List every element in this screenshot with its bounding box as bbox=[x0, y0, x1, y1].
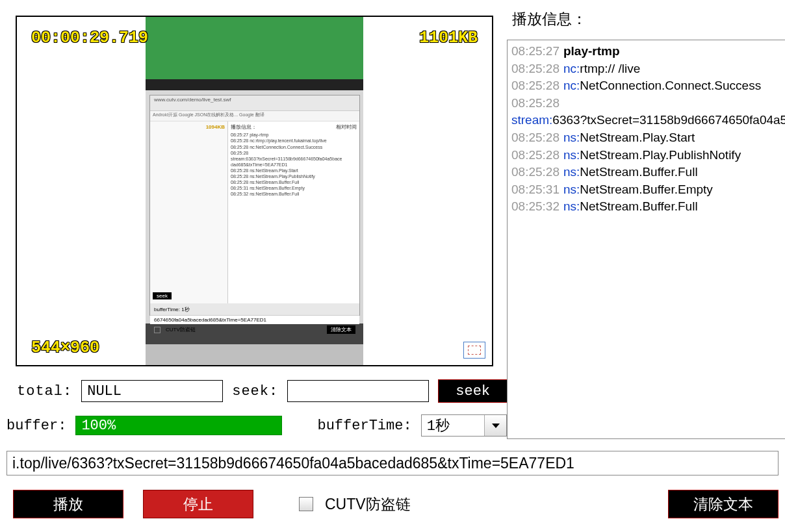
fullscreen-icon[interactable] bbox=[463, 342, 485, 359]
buffertime-label: bufferTime: bbox=[317, 418, 411, 434]
log-box[interactable]: 08:25:27play-rtmp08:25:28nc:rtmp:// /liv… bbox=[507, 40, 785, 439]
video-timecode: 00:00:29.719 bbox=[31, 29, 148, 47]
nested-url-footer: 6674650fa04a5bacedad685&txTime=5EA77ED1 bbox=[150, 315, 359, 324]
log-line: 08:25:28nc:rtmp:// /live bbox=[511, 60, 785, 78]
log-line: 08:25:28nc:NetConnection.Connect.Success bbox=[511, 77, 785, 95]
seek-button[interactable]: seek bbox=[438, 379, 508, 403]
nested-buffertime: bufferTime: 1秒 bbox=[154, 306, 190, 313]
log-line: 08:25:27play-rtmp bbox=[511, 43, 785, 60]
chevron-down-icon[interactable] bbox=[484, 415, 506, 436]
nested-bookmarks: Android开源 Google JSON在线解析及格... Google 翻译 bbox=[150, 111, 359, 121]
log-line: 08:25:28ns:NetStream.Play.Start bbox=[511, 129, 785, 147]
cutv-checkbox[interactable] bbox=[299, 497, 313, 511]
buffertime-value: 1秒 bbox=[427, 416, 450, 435]
log-line: 08:25:28ns:NetStream.Buffer.Full bbox=[511, 164, 785, 181]
clear-button[interactable]: 清除文本 bbox=[668, 490, 779, 518]
nested-cutv: CUTV防盗链 bbox=[166, 326, 196, 333]
video-size-kb: 1101KB bbox=[419, 29, 478, 47]
log-line: 08:25:28ns:NetStream.Play.PublishNotify bbox=[511, 147, 785, 164]
nested-log: 播放信息： 相对时间 08:25:27 play-rtmp08:25:28 nc… bbox=[228, 121, 359, 303]
url-input[interactable] bbox=[6, 451, 779, 475]
buffer-label: buffer: bbox=[6, 418, 66, 434]
nested-kb: 1094KB bbox=[206, 124, 225, 130]
log-line: stream:6363?txSecret=31158b9d66674650fa0… bbox=[511, 112, 785, 129]
video-frame: www.cutv.com/demo/live_test.swf Android开… bbox=[16, 16, 493, 366]
total-label: total: bbox=[17, 383, 72, 399]
seek-label: seek: bbox=[232, 383, 278, 399]
nested-url-bar: www.cutv.com/demo/live_test.swf bbox=[150, 95, 359, 111]
log-line: 08:25:31ns:NetStream.Buffer.Empty bbox=[511, 181, 785, 199]
video-content: www.cutv.com/demo/live_test.swf Android开… bbox=[146, 17, 363, 365]
stop-button[interactable]: 停止 bbox=[143, 490, 253, 518]
total-input[interactable] bbox=[81, 380, 223, 402]
log-line: 08:25:28 bbox=[511, 95, 785, 112]
nested-browser-preview: www.cutv.com/demo/live_test.swf Android开… bbox=[149, 95, 360, 316]
cutv-label: CUTV防盗链 bbox=[325, 494, 411, 514]
nested-seek-btn: seek bbox=[153, 292, 172, 299]
log-line: 08:25:32ns:NetStream.Buffer.Full bbox=[511, 198, 785, 216]
video-resolution: 544×960 bbox=[31, 338, 99, 357]
buffer-bar: 100% bbox=[75, 416, 282, 435]
info-header-label: 播放信息： bbox=[512, 9, 587, 29]
nested-clear-btn: 清除文本 bbox=[327, 325, 355, 334]
seek-input[interactable] bbox=[287, 380, 429, 402]
play-button[interactable]: 播放 bbox=[13, 490, 123, 518]
buffertime-dropdown[interactable]: 1秒 bbox=[421, 414, 507, 437]
